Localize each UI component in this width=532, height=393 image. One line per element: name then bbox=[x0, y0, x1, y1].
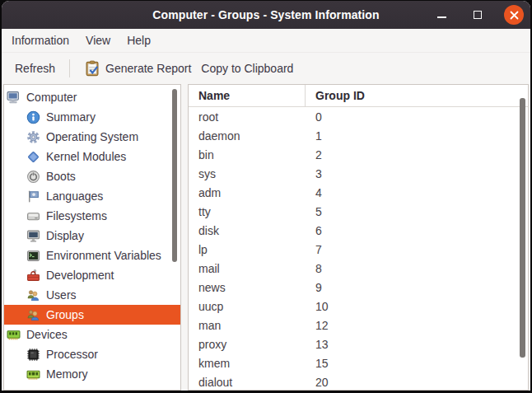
table-row[interactable]: kmem15 bbox=[189, 353, 528, 372]
sidebar-item-label: Display bbox=[46, 229, 84, 242]
table-row[interactable]: man12 bbox=[189, 316, 528, 335]
table-row[interactable]: news9 bbox=[189, 278, 528, 297]
sidebar-item-computer[interactable]: Computer bbox=[4, 87, 180, 107]
menu-view[interactable]: View bbox=[84, 31, 112, 49]
minimize-icon bbox=[437, 16, 446, 18]
sidebar-item-devices[interactable]: Devices bbox=[4, 325, 180, 344]
copy-to-clipboard-button[interactable]: Copy to Clipboard bbox=[196, 58, 298, 79]
menu-information[interactable]: Information bbox=[10, 31, 71, 49]
copy-to-clipboard-label: Copy to Clipboard bbox=[201, 62, 293, 75]
terminal-icon bbox=[26, 249, 40, 263]
cell-group-id: 9 bbox=[306, 281, 528, 294]
cell-group-id: 1 bbox=[306, 129, 528, 143]
sidebar-item-environment-variables[interactable]: Environment Variables bbox=[4, 246, 180, 265]
cell-group-id: 15 bbox=[306, 357, 528, 370]
refresh-button[interactable]: Refresh bbox=[10, 58, 60, 79]
content-area: ComputerSummaryOperating SystemKernel Mo… bbox=[2, 84, 530, 391]
computer-icon bbox=[7, 91, 21, 105]
table-row[interactable]: bin2 bbox=[189, 145, 528, 164]
sidebar-item-groups[interactable]: Groups bbox=[4, 305, 180, 325]
sidebar-item-filesystems[interactable]: Filesystems bbox=[4, 206, 180, 226]
menubar: Information View Help bbox=[2, 29, 530, 53]
table-row[interactable]: sys3 bbox=[189, 164, 528, 183]
cell-group-id: 20 bbox=[306, 376, 528, 389]
sidebar-item-display[interactable]: Display bbox=[4, 226, 180, 246]
cell-name: disk bbox=[189, 224, 306, 237]
table-scrollbar[interactable] bbox=[520, 98, 525, 358]
cell-name: adm bbox=[189, 186, 306, 199]
table-row[interactable]: dialout20 bbox=[189, 372, 528, 390]
cell-group-id: 10 bbox=[306, 300, 528, 313]
close-icon bbox=[510, 11, 519, 20]
memory-icon bbox=[26, 367, 40, 381]
table-row[interactable]: daemon1 bbox=[189, 126, 528, 145]
table-row[interactable]: root0 bbox=[189, 107, 528, 126]
gear-icon bbox=[26, 130, 40, 144]
menu-help[interactable]: Help bbox=[125, 31, 152, 49]
generate-report-label: Generate Report bbox=[105, 62, 191, 75]
sidebar-item-operating-system[interactable]: Operating System bbox=[4, 127, 180, 147]
cell-name: daemon bbox=[189, 129, 306, 143]
sidebar-tree: ComputerSummaryOperating SystemKernel Mo… bbox=[4, 85, 180, 384]
window-controls bbox=[432, 1, 524, 29]
table-row[interactable]: uucp10 bbox=[189, 297, 528, 316]
sidebar-item-label: Processor bbox=[46, 348, 98, 361]
cell-group-id: 5 bbox=[306, 205, 528, 218]
sidebar-item-development[interactable]: Development bbox=[4, 265, 180, 285]
sidebar-item-kernel-modules[interactable]: Kernel Modules bbox=[4, 147, 180, 166]
sidebar-item-label: Groups bbox=[46, 308, 84, 321]
cell-group-id: 8 bbox=[306, 262, 528, 275]
column-header-name[interactable]: Name bbox=[189, 85, 306, 106]
sidebar-item-label: Devices bbox=[26, 328, 68, 341]
flag-icon bbox=[26, 189, 40, 204]
table-row[interactable]: tty5 bbox=[189, 202, 528, 221]
cell-name: uucp bbox=[189, 300, 306, 313]
sidebar-item-summary[interactable]: Summary bbox=[4, 107, 180, 127]
table-header: Name Group ID bbox=[189, 85, 528, 107]
sidebar-item-users[interactable]: Users bbox=[4, 285, 180, 305]
maximize-button[interactable] bbox=[468, 5, 488, 25]
cell-name: lp bbox=[189, 243, 306, 256]
app-window: Computer - Groups - System Information I… bbox=[2, 1, 530, 391]
table-row[interactable]: adm4 bbox=[189, 183, 528, 202]
ram-icon bbox=[7, 328, 21, 342]
table-body: root0daemon1bin2sys3adm4tty5disk6lp7mail… bbox=[189, 107, 528, 390]
generate-report-button[interactable]: Generate Report bbox=[79, 56, 196, 81]
table-row[interactable]: proxy13 bbox=[189, 335, 528, 353]
toolbar: Refresh Generate Report Copy to Clipboar… bbox=[2, 53, 530, 84]
close-button[interactable] bbox=[504, 5, 524, 25]
sidebar-item-label: Boots bbox=[46, 170, 76, 183]
power-icon bbox=[26, 170, 40, 184]
titlebar[interactable]: Computer - Groups - System Information bbox=[2, 1, 530, 29]
cell-group-id: 7 bbox=[306, 243, 528, 256]
sidebar-item-label: Languages bbox=[46, 189, 103, 203]
info-icon bbox=[26, 110, 40, 124]
sidebar-item-boots[interactable]: Boots bbox=[4, 166, 180, 186]
table-row[interactable]: mail8 bbox=[189, 259, 528, 278]
window: Computer - Groups - System Information I… bbox=[0, 0, 532, 393]
minimize-button[interactable] bbox=[432, 5, 451, 25]
column-header-group-id[interactable]: Group ID bbox=[306, 85, 528, 106]
cell-group-id: 0 bbox=[306, 110, 528, 124]
sidebar-item-processor[interactable]: Processor bbox=[4, 344, 180, 364]
cell-group-id: 4 bbox=[306, 186, 528, 199]
cell-group-id: 3 bbox=[306, 167, 528, 180]
sidebar-item-languages[interactable]: Languages bbox=[4, 186, 180, 206]
sidebar-scrollbar[interactable] bbox=[172, 89, 177, 262]
sidebar-item-label: Development bbox=[46, 269, 114, 282]
cell-name: kmem bbox=[189, 357, 306, 370]
drive-icon bbox=[26, 209, 40, 223]
module-icon bbox=[26, 150, 40, 164]
clipboard-check-icon bbox=[84, 60, 100, 77]
cell-name: news bbox=[189, 281, 306, 294]
cell-group-id: 2 bbox=[306, 148, 528, 161]
sidebar-item-label: Computer bbox=[26, 91, 77, 104]
table-row[interactable]: lp7 bbox=[189, 240, 528, 259]
sidebar-panel: ComputerSummaryOperating SystemKernel Mo… bbox=[3, 84, 181, 391]
table-row[interactable]: disk6 bbox=[189, 221, 528, 240]
sidebar-item-memory[interactable]: Memory bbox=[4, 364, 180, 384]
cell-name: bin bbox=[189, 148, 306, 161]
sidebar-item-label: Operating System bbox=[46, 130, 138, 143]
cell-group-id: 13 bbox=[306, 338, 528, 351]
maximize-icon bbox=[474, 11, 482, 19]
